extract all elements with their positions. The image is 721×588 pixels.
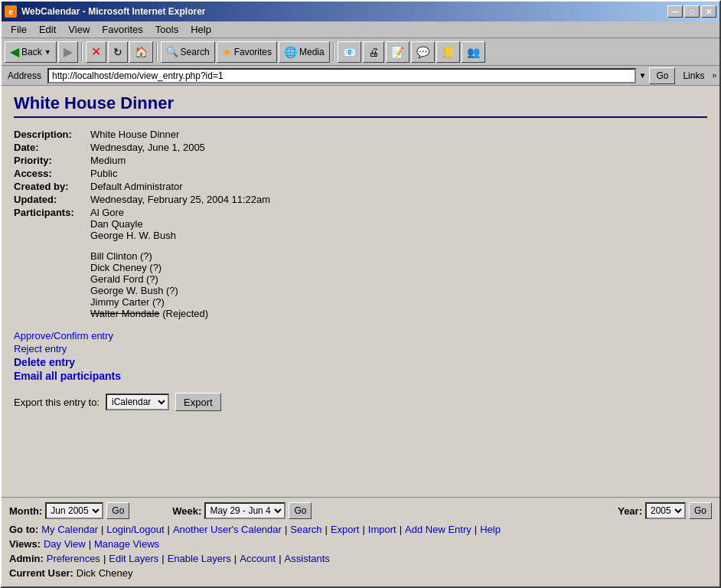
participant-dick-cheney: Dick Cheney (?)	[90, 262, 208, 273]
week-select[interactable]: May 29 - Jun 4	[204, 502, 285, 519]
priority-value: Medium	[90, 155, 126, 166]
participant-jimmy-carter: Jimmy Carter (?)	[90, 296, 208, 308]
admin-preferences[interactable]: Preferences	[47, 553, 100, 564]
maximize-button[interactable]: □	[684, 5, 700, 18]
menu-view[interactable]: View	[62, 22, 96, 37]
print-icon: 🖨	[368, 46, 379, 58]
browser-window: e WebCalendar - Microsoft Internet Explo…	[0, 0, 721, 588]
goto-my-calendar[interactable]: My Calendar	[41, 524, 98, 535]
week-go-button[interactable]: Go	[289, 502, 312, 519]
stop-button[interactable]: ✕	[86, 41, 106, 63]
admin-edit-layers[interactable]: Edit Layers	[109, 553, 158, 564]
edit-icon: 📝	[391, 46, 404, 58]
description-label: Description:	[14, 129, 90, 140]
browser-icon: e	[5, 5, 17, 18]
refresh-button[interactable]: ↻	[108, 41, 128, 63]
export-section: Export this entry to: iCalendar vCalenda…	[14, 393, 707, 411]
contacts-button[interactable]: 👥	[462, 41, 485, 63]
goto-login-logout[interactable]: Login/Logout	[106, 524, 164, 535]
goto-help[interactable]: Help	[480, 524, 501, 535]
back-icon: ◀	[10, 44, 19, 59]
participant-george-w-bush: George W. Bush (?)	[90, 285, 208, 296]
approve-link[interactable]: Approve/Confirm entry	[14, 330, 707, 341]
toolbar-separator-2	[156, 43, 158, 61]
dropdown-arrow: ▼	[44, 48, 51, 56]
window-title: WebCalendar - Microsoft Internet Explore…	[21, 6, 667, 17]
menu-help[interactable]: Help	[184, 22, 217, 37]
messenger-button[interactable]: 📒	[436, 41, 460, 63]
view-day[interactable]: Day View	[44, 538, 86, 550]
month-nav: Month: Jun 2005 Go	[9, 502, 129, 519]
goto-import[interactable]: Import	[368, 524, 396, 535]
search-icon: 🔍	[166, 46, 178, 57]
year-go-button[interactable]: Go	[689, 502, 712, 519]
forward-button[interactable]: ▶	[58, 41, 78, 63]
goto-add-entry[interactable]: Add New Entry	[405, 524, 471, 535]
views-label: Views:	[9, 538, 41, 550]
menu-edit[interactable]: Edit	[33, 22, 62, 37]
goto-search[interactable]: Search	[290, 524, 321, 535]
participant-spacer	[90, 241, 208, 250]
discuss-button[interactable]: 💬	[411, 41, 435, 63]
participant-dan-quayle: Dan Quayle	[90, 218, 208, 230]
delete-link[interactable]: Delete entry	[14, 356, 707, 368]
export-button[interactable]: Export	[175, 393, 221, 411]
year-label: Year:	[618, 505, 642, 517]
menu-tools[interactable]: Tools	[149, 22, 184, 37]
year-select[interactable]: 2005	[645, 502, 686, 519]
view-manage[interactable]: Manage Views	[94, 538, 159, 550]
current-user-value: Dick Cheney	[77, 567, 133, 579]
star-icon: ★	[222, 46, 232, 58]
reject-link[interactable]: Reject entry	[14, 343, 707, 354]
go-button[interactable]: Go	[649, 67, 675, 84]
priority-row: Priority: Medium	[14, 155, 707, 166]
admin-account[interactable]: Account	[240, 553, 276, 564]
forward-icon: ▶	[64, 44, 73, 59]
print-button[interactable]: 🖨	[363, 41, 384, 63]
created-label: Created by:	[14, 181, 90, 192]
address-dropdown[interactable]: ▼	[639, 71, 647, 80]
edit-button[interactable]: 📝	[386, 41, 409, 63]
admin-assistants[interactable]: Assistants	[285, 553, 330, 564]
date-nav-row: Month: Jun 2005 Go Week: May 29 - Jun 4 …	[9, 502, 712, 519]
goto-another-user[interactable]: Another User's Calendar	[173, 524, 282, 535]
address-input[interactable]	[47, 68, 635, 83]
media-button[interactable]: 🌐 Media	[279, 41, 330, 63]
participant-bill-clinton: Bill Clinton (?)	[90, 250, 208, 262]
admin-enable-layers[interactable]: Enable Layers	[168, 553, 231, 564]
rejected-name: Walter Mondale	[90, 308, 160, 319]
participants-row: Participants: Al Gore Dan Quayle George …	[14, 207, 707, 319]
export-label: Export this entry to:	[14, 397, 100, 408]
rejected-status: (Rejected)	[162, 308, 208, 319]
export-select[interactable]: iCalendar vCalendar	[106, 394, 169, 410]
back-button[interactable]: ◀ Back ▼	[5, 41, 57, 63]
date-row: Date: Wednesday, June 1, 2005	[14, 142, 707, 153]
access-label: Access:	[14, 168, 90, 179]
month-select[interactable]: Jun 2005	[45, 502, 103, 519]
page-title: White House Dinner	[14, 93, 707, 118]
year-nav: Year: 2005 Go	[618, 502, 712, 519]
media-icon: 🌐	[284, 46, 297, 58]
home-button[interactable]: 🏠	[129, 41, 153, 63]
favorites-button[interactable]: ★ Favorites	[217, 41, 277, 63]
history-button[interactable]: 📧	[338, 41, 361, 63]
history-icon: 📧	[343, 46, 356, 58]
stop-icon: ✕	[91, 44, 101, 59]
menu-file[interactable]: File	[5, 22, 33, 37]
bottom-nav: Month: Jun 2005 Go Week: May 29 - Jun 4 …	[2, 497, 719, 586]
email-link[interactable]: Email all participants	[14, 370, 707, 382]
week-nav: Week: May 29 - Jun 4 Go	[172, 502, 312, 519]
close-button[interactable]: ✕	[701, 5, 716, 18]
created-value: Default Administrator	[90, 181, 183, 192]
links-button[interactable]: Links	[678, 69, 709, 83]
search-button[interactable]: 🔍 Search	[161, 41, 215, 63]
menu-favorites[interactable]: Favorites	[96, 22, 148, 37]
date-label: Date:	[14, 142, 90, 153]
toolbar: ◀ Back ▼ ▶ ✕ ↻ 🏠 🔍 Search ★ Favorites 🌐 …	[2, 38, 719, 66]
description-value: White House Dinner	[90, 129, 179, 140]
goto-export[interactable]: Export	[331, 524, 360, 535]
participants-label: Participants:	[14, 207, 90, 319]
minimize-button[interactable]: —	[667, 5, 683, 18]
month-go-button[interactable]: Go	[106, 502, 129, 519]
priority-label: Priority:	[14, 155, 90, 166]
